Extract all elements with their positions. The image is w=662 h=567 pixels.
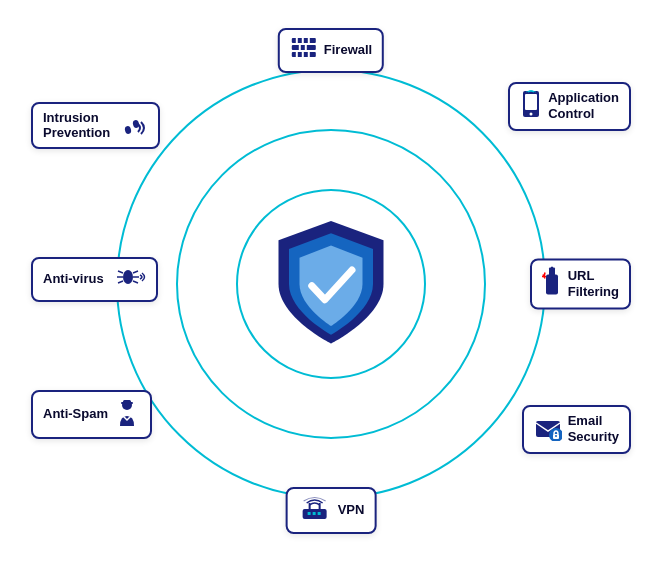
anti-spam-icon [114, 398, 140, 431]
card-application-control: ApplicationControl [508, 82, 631, 131]
anti-spam-label: Anti-Spam [43, 406, 108, 422]
card-anti-spam: Anti-Spam [31, 390, 152, 439]
svg-line-23 [118, 271, 123, 273]
svg-rect-40 [313, 512, 316, 515]
svg-rect-4 [302, 38, 304, 43]
svg-rect-3 [296, 38, 298, 43]
svg-rect-1 [292, 45, 316, 50]
intrusion-prevention-label: IntrusionPrevention [43, 110, 110, 141]
firewall-icon [290, 36, 318, 65]
card-intrusion-prevention: IntrusionPrevention [31, 102, 160, 149]
svg-rect-18 [551, 266, 553, 270]
security-diagram: Firewall ApplicationControl IntrusionPre… [21, 14, 641, 554]
svg-rect-7 [305, 45, 307, 50]
anti-virus-label: Anti-virus [43, 271, 104, 287]
card-anti-virus: Anti-virus [31, 257, 158, 302]
email-security-label: EmailSecurity [568, 413, 619, 444]
firewall-label: Firewall [324, 42, 372, 58]
svg-rect-12 [525, 94, 537, 110]
card-firewall: Firewall [278, 28, 384, 73]
svg-line-25 [118, 281, 123, 283]
svg-point-22 [123, 270, 133, 284]
url-filtering-icon [542, 266, 562, 301]
svg-point-13 [530, 112, 533, 115]
svg-rect-10 [308, 52, 310, 57]
svg-rect-31 [123, 400, 131, 403]
vpn-icon [298, 495, 332, 526]
url-filtering-label: URLFiltering [568, 268, 619, 299]
svg-point-35 [555, 435, 557, 437]
anti-virus-icon [110, 265, 146, 294]
svg-rect-5 [308, 38, 310, 43]
svg-rect-8 [296, 52, 298, 57]
card-url-filtering: URLFiltering [530, 258, 631, 309]
shield-center [251, 204, 411, 364]
application-control-label: ApplicationControl [548, 90, 619, 121]
svg-rect-9 [302, 52, 304, 57]
svg-rect-6 [299, 45, 301, 50]
intrusion-prevention-icon [116, 110, 148, 141]
email-security-icon [534, 413, 562, 446]
svg-line-26 [133, 271, 138, 273]
card-vpn: VPN [286, 487, 377, 534]
vpn-label: VPN [338, 502, 365, 518]
card-email-security: EmailSecurity [522, 405, 631, 454]
application-control-icon [520, 90, 542, 123]
svg-rect-41 [318, 512, 321, 515]
svg-line-28 [133, 281, 138, 283]
svg-point-14 [124, 125, 132, 134]
svg-rect-39 [308, 512, 311, 515]
